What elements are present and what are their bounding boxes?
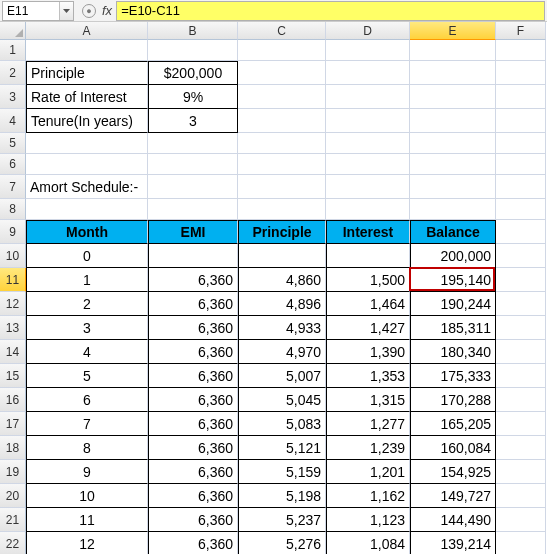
cell-interest[interactable]: 1,315 <box>326 388 410 412</box>
cell-emi[interactable]: 6,360 <box>148 412 238 436</box>
cell[interactable] <box>496 154 546 175</box>
cell-interest[interactable]: 1,201 <box>326 460 410 484</box>
cell[interactable] <box>238 154 326 175</box>
cell[interactable] <box>410 61 496 85</box>
cell[interactable] <box>496 220 546 244</box>
cell[interactable] <box>148 154 238 175</box>
row-header[interactable]: 3 <box>0 85 26 109</box>
col-header-d[interactable]: D <box>326 22 410 40</box>
table-header-principle[interactable]: Principle <box>238 220 326 244</box>
cell-emi[interactable] <box>148 244 238 268</box>
cell-interest[interactable] <box>326 244 410 268</box>
name-box-dropdown[interactable] <box>59 2 73 20</box>
cell-interest[interactable]: 1,390 <box>326 340 410 364</box>
cell[interactable] <box>326 199 410 220</box>
cell[interactable] <box>410 154 496 175</box>
col-header-c[interactable]: C <box>238 22 326 40</box>
cell-balance[interactable]: 175,333 <box>410 364 496 388</box>
formula-bar[interactable]: =E10-C11 <box>116 1 545 21</box>
row-header[interactable]: 4 <box>0 109 26 133</box>
col-header-e[interactable]: E <box>410 22 496 40</box>
cell-principle[interactable]: 5,159 <box>238 460 326 484</box>
cell-emi[interactable]: 6,360 <box>148 292 238 316</box>
cell-principle[interactable]: 4,896 <box>238 292 326 316</box>
cell-balance[interactable]: 170,288 <box>410 388 496 412</box>
cell-emi[interactable]: 6,360 <box>148 364 238 388</box>
select-all-corner[interactable] <box>0 22 26 40</box>
cell[interactable] <box>326 85 410 109</box>
row-header[interactable]: 19 <box>0 460 26 484</box>
cell-balance[interactable]: 160,084 <box>410 436 496 460</box>
cell[interactable] <box>410 109 496 133</box>
cell-month[interactable]: 6 <box>26 388 148 412</box>
row-header[interactable]: 8 <box>0 199 26 220</box>
cell[interactable] <box>410 40 496 61</box>
cell-interest[interactable]: 1,239 <box>326 436 410 460</box>
cell[interactable] <box>496 40 546 61</box>
cell-month[interactable]: 5 <box>26 364 148 388</box>
cell[interactable] <box>26 133 148 154</box>
cell[interactable] <box>496 412 546 436</box>
row-header[interactable]: 5 <box>0 133 26 154</box>
cell-emi[interactable]: 6,360 <box>148 316 238 340</box>
cell[interactable] <box>496 133 546 154</box>
cell-principle[interactable]: 5,237 <box>238 508 326 532</box>
row-header[interactable]: 15 <box>0 364 26 388</box>
table-header-interest[interactable]: Interest <box>326 220 410 244</box>
cell[interactable] <box>326 175 410 199</box>
cell-balance[interactable]: 195,140 <box>410 268 496 292</box>
cell-principle[interactable]: 5,045 <box>238 388 326 412</box>
cell[interactable] <box>496 388 546 412</box>
cell[interactable] <box>26 199 148 220</box>
cell-month[interactable]: 12 <box>26 532 148 554</box>
cell-schedule-title[interactable]: Amort Schedule:- <box>26 175 148 199</box>
cell-emi[interactable]: 6,360 <box>148 532 238 554</box>
cell-balance[interactable]: 185,311 <box>410 316 496 340</box>
cell-principle[interactable]: 4,860 <box>238 268 326 292</box>
cell-emi[interactable]: 6,360 <box>148 340 238 364</box>
cell-month[interactable]: 7 <box>26 412 148 436</box>
row-header[interactable]: 20 <box>0 484 26 508</box>
cell-tenure-value[interactable]: 3 <box>148 109 238 133</box>
table-header-balance[interactable]: Balance <box>410 220 496 244</box>
cell-interest[interactable]: 1,427 <box>326 316 410 340</box>
cell-interest[interactable]: 1,162 <box>326 484 410 508</box>
cell[interactable] <box>410 199 496 220</box>
row-header[interactable]: 9 <box>0 220 26 244</box>
cell[interactable] <box>496 175 546 199</box>
fx-icon[interactable]: fx <box>102 3 112 18</box>
cell[interactable] <box>410 85 496 109</box>
cell-interest[interactable]: 1,123 <box>326 508 410 532</box>
cell-principle[interactable] <box>238 244 326 268</box>
cell-rate-value[interactable]: 9% <box>148 85 238 109</box>
row-header[interactable]: 17 <box>0 412 26 436</box>
cell[interactable] <box>496 199 546 220</box>
cell[interactable] <box>148 199 238 220</box>
cell[interactable] <box>496 340 546 364</box>
cell-interest[interactable]: 1,500 <box>326 268 410 292</box>
cell-balance[interactable]: 165,205 <box>410 412 496 436</box>
cell-principle[interactable]: 5,121 <box>238 436 326 460</box>
cell[interactable] <box>238 199 326 220</box>
cell-principle[interactable]: 4,933 <box>238 316 326 340</box>
cell-month[interactable]: 0 <box>26 244 148 268</box>
cell[interactable] <box>496 61 546 85</box>
row-header[interactable]: 16 <box>0 388 26 412</box>
cell[interactable] <box>496 244 546 268</box>
row-header[interactable]: 12 <box>0 292 26 316</box>
cell-principle[interactable]: 5,276 <box>238 532 326 554</box>
cell-emi[interactable]: 6,360 <box>148 484 238 508</box>
cell[interactable] <box>238 61 326 85</box>
row-header[interactable]: 18 <box>0 436 26 460</box>
cell[interactable] <box>326 109 410 133</box>
cell[interactable] <box>26 40 148 61</box>
cell-month[interactable]: 9 <box>26 460 148 484</box>
cell-interest[interactable]: 1,277 <box>326 412 410 436</box>
cell[interactable] <box>238 175 326 199</box>
row-header[interactable]: 22 <box>0 532 26 554</box>
cell-interest[interactable]: 1,353 <box>326 364 410 388</box>
cell-month[interactable]: 8 <box>26 436 148 460</box>
cell-balance[interactable]: 190,244 <box>410 292 496 316</box>
row-header[interactable]: 1 <box>0 40 26 61</box>
cell-emi[interactable]: 6,360 <box>148 436 238 460</box>
